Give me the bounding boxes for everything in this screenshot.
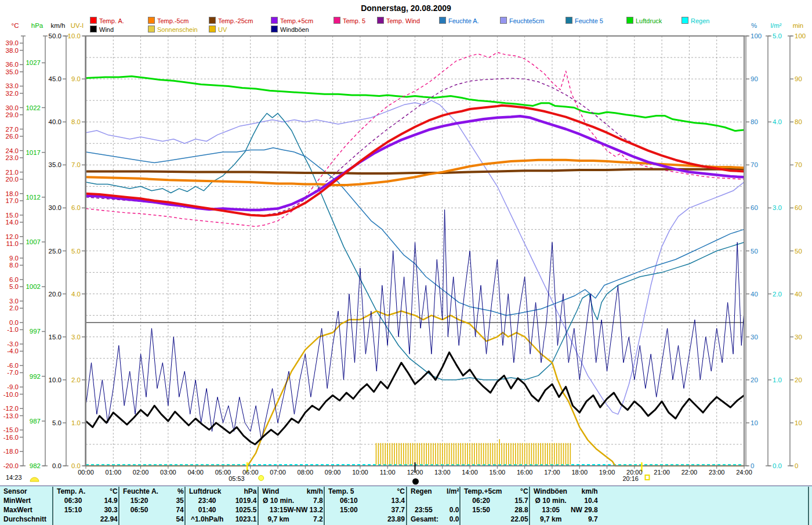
axis-tick-label: 38.0 — [6, 47, 19, 54]
axis-tick-label: 90 — [795, 75, 802, 82]
axis-tick-label: 1017 — [26, 149, 41, 156]
table-header-feuchte-a-: Feuchte A. — [123, 487, 162, 495]
axis-tick-label: 1022 — [26, 104, 41, 111]
x-axis-tick-label: 16:00 — [513, 469, 536, 476]
axis-tick-label: -3.0 — [7, 341, 19, 347]
table-separator — [808, 487, 810, 525]
axis-tick-label: 17.0 — [6, 197, 19, 204]
x-axis-tick-label: 04:00 — [184, 469, 207, 476]
axis-tick-label: 9.0 — [71, 75, 81, 82]
table-unit-windb-en: km/h — [570, 487, 598, 495]
axis-tick-label: 40.0 — [49, 118, 61, 125]
x-axis-tick-label: 19:00 — [596, 469, 619, 476]
table-row-label: MaxWert — [3, 506, 52, 514]
axis-tick-label: 80 — [751, 118, 758, 125]
moonset-icon — [30, 477, 39, 481]
axis-tick-label: 39.0 — [6, 39, 19, 46]
table-cell-feuchte-a--value: 54 — [148, 515, 184, 523]
table-cell-windb-en-value: 10.4 — [560, 497, 598, 505]
axis-tick-label: 50 — [795, 248, 802, 255]
table-header-temp-a-: Temp. A. — [57, 487, 96, 495]
axis-tick-label: 30.0 — [6, 104, 19, 111]
axis-unit-label: l/m² — [770, 22, 781, 29]
axis-tick-label: 27.0 — [6, 126, 19, 133]
table-separator — [258, 487, 259, 525]
axis-tick-label: 1.0 — [773, 376, 782, 383]
axis-tick-label: 20 — [795, 376, 802, 383]
axis-tick-label: 3.0 — [71, 334, 81, 341]
axis-tick-label: 5.0 — [773, 32, 782, 39]
axis-unit-label: UV-I — [71, 22, 84, 29]
table-header-temp-5cm: Temp.+5cm — [464, 487, 505, 495]
table-cell-luftdruck-value: 1025.5 — [217, 506, 256, 514]
axis-tick-label: 14.0 — [6, 219, 19, 226]
table-separator — [324, 487, 325, 525]
axis-tick-label: 12.0 — [6, 233, 19, 240]
table-cell-regen-value: 0.0 — [430, 506, 459, 514]
axis-tick-label: 29.0 — [6, 111, 19, 118]
axis-tick-label: 10.0 — [49, 376, 61, 383]
chart-canvas: 39.038.036.035.033.032.030.029.027.026.0… — [0, 0, 812, 525]
axis-tick-label: 30 — [751, 334, 758, 341]
table-separator — [406, 487, 408, 525]
table-separator — [529, 487, 531, 525]
x-axis-tick-label: 02:00 — [129, 469, 153, 476]
table-cell-temp-5-value: 37.7 — [360, 506, 405, 514]
table-cell-feuchte-a--value: 35 — [148, 497, 184, 505]
moon-phase-icon — [412, 479, 419, 485]
table-separator — [184, 487, 186, 525]
x-axis-tick-label: 00:00 — [74, 469, 97, 476]
axis-tick-label: 0.0 — [52, 462, 61, 469]
table-unit-temp-5cm: °C — [501, 487, 528, 495]
weather-chart-window: Donnerstag, 20.08.2009 Temp. A.Temp.-5cm… — [0, 0, 812, 525]
axis-tick-label: 45.0 — [49, 75, 61, 82]
axis-tick-label: 20 — [751, 376, 758, 383]
axis-tick-label: 18.0 — [6, 190, 19, 197]
x-axis-tick-label: 24:00 — [733, 469, 756, 476]
axis-tick-label: 6.0 — [9, 276, 19, 283]
axis-tick-label: 1002 — [26, 283, 41, 290]
table-separator — [459, 487, 461, 525]
axis-unit-label: min — [793, 22, 804, 29]
table-header-regen: Regen — [411, 487, 441, 495]
table-cell-windb-en-value: 9.7 — [560, 515, 598, 523]
table-cell-feuchte-a--value: 74 — [148, 506, 184, 514]
axis-tick-label: 70 — [751, 161, 758, 168]
x-axis-tick-label: 03:00 — [157, 469, 180, 476]
x-axis-tick-label: 11:00 — [376, 469, 399, 476]
axis-tick-label: 21.0 — [6, 169, 19, 176]
axis-unit-label: km/h — [51, 22, 66, 29]
axis-tick-label: 32.0 — [6, 90, 19, 97]
x-axis-tick-label: 17:00 — [541, 469, 564, 476]
axis-tick-label: -20.0 — [3, 462, 19, 469]
table-cell-temp-5-value: 13.4 — [360, 497, 405, 505]
x-axis-tick-label: 18:00 — [568, 469, 591, 476]
axis-tick-label: 35.0 — [49, 161, 61, 168]
axis-tick-label: 8.0 — [9, 262, 19, 269]
axis-tick-label: -16.0 — [3, 434, 19, 441]
axis-tick-label: -7.0 — [7, 369, 19, 376]
table-cell-temp-a--value: 22.94 — [82, 515, 118, 523]
table-cell-luftdruck-value: 1019.4 — [217, 497, 256, 505]
axis-tick-label: 1027 — [26, 59, 41, 66]
table-cell-temp-5cm-value: 28.8 — [491, 506, 528, 514]
axis-tick-label: 15.0 — [49, 334, 61, 341]
axis-tick-label: 90 — [751, 75, 758, 82]
axis-tick-label: 0.0 — [9, 319, 19, 326]
axis-tick-label: 2.0 — [9, 305, 19, 312]
axis-tick-label: 50.0 — [49, 32, 61, 39]
axis-unit-label: hPa — [31, 22, 44, 29]
table-row-label: MinWert — [3, 497, 52, 505]
axis-tick-label: 20.0 — [49, 291, 61, 298]
sunset-square-icon — [645, 475, 649, 480]
axis-tick-label: 1012 — [26, 194, 41, 201]
axis-tick-label: 982 — [30, 462, 41, 469]
axis-tick-label: 26.0 — [6, 133, 19, 140]
table-unit-regen: l/m² — [438, 487, 459, 495]
axis-tick-label: 80 — [795, 118, 802, 125]
axis-tick-label: 2.0 — [773, 291, 782, 298]
axis-tick-label: 24.0 — [6, 147, 19, 154]
table-unit-feuchte-a-: % — [157, 487, 183, 495]
sunrise-sun-icon — [259, 476, 264, 481]
axis-tick-label: 5.0 — [71, 248, 81, 255]
